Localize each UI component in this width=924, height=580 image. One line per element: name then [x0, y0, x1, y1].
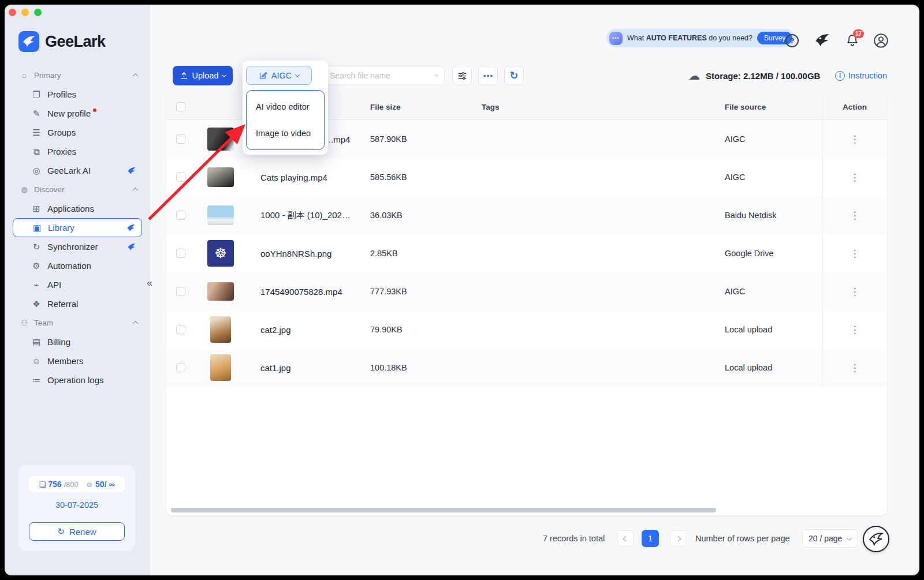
column-header-action[interactable]: Action	[822, 103, 887, 111]
nav-section-team[interactable]: Team	[13, 313, 142, 332]
row-actions-menu-icon[interactable]	[822, 248, 887, 260]
sidebar-item-billing[interactable]: Billing	[13, 332, 142, 351]
edit-icon	[259, 71, 267, 80]
file-source: Google Drive	[725, 249, 774, 258]
sidebar-item-synchronizer[interactable]: Synchronizer	[13, 237, 142, 256]
table-row[interactable]: Cats playing.mp4 585.56KB AIGC	[166, 158, 887, 196]
upload-button[interactable]: Upload	[173, 66, 233, 85]
file-thumbnail	[207, 128, 234, 151]
window-minimize-button[interactable]	[21, 9, 29, 16]
new-profile-notification-dot	[93, 108, 96, 112]
sidebar-item-groups[interactable]: Groups	[13, 123, 142, 142]
search-input[interactable]	[330, 71, 434, 80]
sidebar-item-label: Library	[48, 223, 74, 233]
nav-section-discover[interactable]: Discover	[13, 180, 142, 199]
mascot-floating-button[interactable]	[863, 526, 889, 552]
filter-button[interactable]	[452, 66, 472, 85]
file-size: 585.56KB	[370, 173, 407, 182]
help-icon[interactable]: ?	[785, 34, 799, 47]
horizontal-scrollbar[interactable]	[171, 508, 716, 512]
column-header-tags[interactable]: Tags	[482, 103, 500, 111]
row-checkbox[interactable]	[176, 249, 185, 258]
sidebar-item-automation[interactable]: Automation	[13, 256, 142, 275]
row-checkbox[interactable]	[176, 173, 185, 182]
row-actions-menu-icon[interactable]	[822, 324, 887, 336]
row-actions-menu-icon[interactable]	[822, 171, 887, 184]
sidebar-item-library[interactable]: Library	[13, 218, 142, 237]
instruction-link[interactable]: i Instruction	[835, 66, 887, 85]
previous-page-button[interactable]	[617, 530, 634, 547]
row-checkbox[interactable]	[176, 134, 185, 144]
action-column-divider	[822, 94, 823, 387]
table-row[interactable]: ooYHn8NRSh.png 2.85KB Google Drive	[166, 234, 887, 272]
search-icon[interactable]	[434, 71, 438, 80]
sidebar-collapse-button[interactable]: «	[147, 277, 152, 289]
row-actions-menu-icon[interactable]	[822, 362, 887, 374]
notification-count-badge: 17	[853, 29, 864, 38]
column-header-file-size[interactable]: File size	[370, 103, 401, 111]
file-source: Baidu Netdisk	[725, 211, 776, 220]
table-row[interactable]: 1000 - 副本 (10)_202… 36.03KB Baidu Netdis…	[166, 196, 887, 234]
aigc-button[interactable]: AIGC	[246, 66, 312, 85]
row-actions-menu-icon[interactable]	[822, 133, 887, 145]
row-checkbox[interactable]	[176, 211, 185, 220]
row-actions-menu-icon[interactable]	[822, 209, 887, 222]
file-name: Cats playing.mp4	[260, 173, 327, 182]
file-source: Local upload	[725, 325, 772, 334]
sidebar-item-members[interactable]: Members	[13, 351, 142, 371]
groups-icon	[31, 128, 42, 138]
table-row[interactable]: cat2.jpg 79.90KB Local upload	[166, 310, 887, 349]
file-size: 36.03KB	[370, 211, 403, 220]
next-page-button[interactable]	[670, 530, 686, 547]
renew-button[interactable]: Renew	[29, 522, 125, 541]
sidebar-item-new-profile[interactable]: New profile	[13, 104, 142, 123]
survey-banner: ••• What AUTO FEATURES do you need? Surv…	[606, 29, 795, 47]
sidebar-item-geelark-ai[interactable]: GeeLark AI	[13, 161, 142, 180]
plan-card: 756/800 50/∞ 30-07-2025 Renew	[18, 465, 135, 551]
sidebar-item-referral[interactable]: Referral	[13, 294, 142, 313]
file-thumbnail	[207, 205, 234, 225]
window-close-button[interactable]	[9, 9, 16, 16]
table-row[interactable]: cat1.jpg 100.18KB Local upload	[166, 349, 887, 387]
sidebar-item-operation-logs[interactable]: Operation logs	[13, 371, 142, 390]
notifications-bell-icon[interactable]: 17	[845, 33, 859, 50]
sidebar-item-proxies[interactable]: Proxies	[13, 142, 142, 161]
sidebar-item-applications[interactable]: Applications	[13, 199, 142, 218]
proxies-icon	[31, 147, 42, 157]
profiles-icon	[31, 89, 42, 100]
column-header-file-source[interactable]: File source	[725, 103, 766, 111]
file-thumbnail	[210, 316, 231, 343]
profiles-used: 756	[48, 480, 61, 489]
nav-section-primary[interactable]: Primary	[13, 66, 142, 85]
file-size: 2.85KB	[370, 249, 398, 258]
select-all-checkbox[interactable]	[176, 102, 185, 111]
table-row[interactable]: 1745490075828.mp4 777.93KB AIGC	[166, 272, 887, 310]
row-checkbox[interactable]	[176, 325, 185, 334]
synchronizer-icon	[31, 242, 42, 252]
info-icon: i	[835, 71, 845, 81]
sidebar-item-label: GeeLark AI	[47, 166, 91, 175]
window-zoom-button[interactable]	[34, 9, 42, 16]
refresh-button[interactable]	[504, 66, 524, 85]
section-label: Discover	[34, 185, 128, 194]
row-checkbox[interactable]	[176, 287, 185, 296]
more-actions-button[interactable]	[478, 66, 498, 85]
menu-item-ai-video-editor[interactable]: AI video editor	[247, 93, 324, 120]
filter-sliders-icon	[457, 71, 467, 81]
members-used: 50/	[95, 480, 106, 489]
geelark-bird-icon	[127, 166, 136, 175]
page-size-select[interactable]: 20 / page	[802, 529, 858, 548]
menu-item-image-to-video[interactable]: Image to video	[247, 120, 324, 147]
mascot-icon[interactable]	[814, 32, 830, 51]
user-avatar[interactable]	[873, 33, 889, 51]
row-checkbox[interactable]	[176, 363, 185, 372]
renew-label: Renew	[69, 527, 96, 537]
search-box	[323, 66, 445, 85]
sidebar-item-profiles[interactable]: Profiles	[13, 85, 142, 104]
sidebar-item-label: Applications	[47, 204, 94, 214]
profiles-usage: 756/800	[39, 480, 78, 489]
sidebar-item-api[interactable]: API	[13, 275, 142, 294]
page-number-button[interactable]: 1	[642, 530, 659, 547]
plan-usage: 756/800 50/∞	[29, 476, 125, 492]
row-actions-menu-icon[interactable]	[822, 286, 887, 298]
